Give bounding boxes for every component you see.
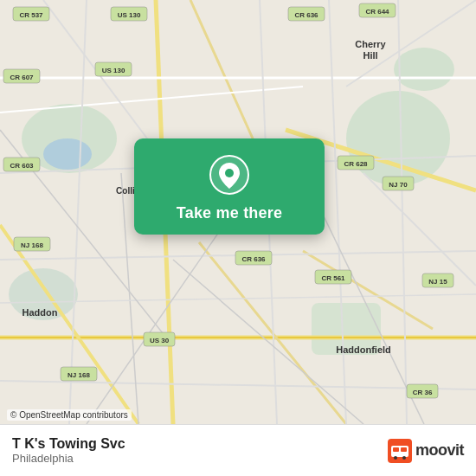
svg-text:Hill: Hill [363, 50, 377, 61]
svg-text:NJ 15: NJ 15 [428, 278, 447, 286]
business-name: T K's Towing Svc [12, 436, 125, 452]
svg-point-76 [394, 456, 397, 460]
svg-text:US 30: US 30 [150, 337, 170, 344]
svg-text:CR 628: CR 628 [344, 160, 368, 168]
svg-text:CR 636: CR 636 [294, 11, 318, 19]
take-me-there-button[interactable]: Take me there [177, 204, 282, 222]
svg-text:NJ 168: NJ 168 [21, 241, 43, 249]
svg-point-71 [225, 169, 234, 177]
info-bar: T K's Towing Svc Philadelphia moovit [0, 424, 476, 476]
navigation-card: Take me there [134, 138, 325, 235]
svg-text:CR 636: CR 636 [241, 255, 266, 263]
map-container: CR 537 US 130 CR 644 CR 636 CR 607 US 13… [0, 0, 476, 424]
svg-text:NJ 168: NJ 168 [68, 371, 90, 379]
svg-point-6 [43, 138, 92, 170]
svg-text:US 130: US 130 [102, 67, 125, 74]
svg-text:CR 607: CR 607 [10, 74, 34, 81]
svg-point-3 [394, 48, 454, 91]
svg-text:US 130: US 130 [118, 11, 141, 19]
svg-text:Cherry: Cherry [355, 39, 386, 49]
moovit-bus-icon [388, 439, 412, 463]
svg-text:CR 36: CR 36 [413, 389, 433, 396]
svg-text:Haddonfield: Haddonfield [336, 344, 391, 355]
business-city: Philadelphia [12, 452, 125, 465]
svg-text:CR 644: CR 644 [365, 8, 389, 16]
svg-text:NJ 70: NJ 70 [389, 181, 408, 189]
svg-point-2 [346, 91, 450, 186]
moovit-text: moovit [415, 441, 464, 460]
svg-text:CR 561: CR 561 [321, 274, 345, 282]
location-pin-icon [209, 154, 250, 196]
svg-point-77 [402, 456, 406, 460]
business-info: T K's Towing Svc Philadelphia [12, 436, 125, 465]
svg-rect-75 [401, 447, 407, 452]
svg-text:CR 603: CR 603 [10, 162, 34, 170]
svg-text:CR 537: CR 537 [19, 11, 43, 19]
osm-attribution: © OpenStreetMap contributors [7, 409, 132, 421]
moovit-logo: moovit [388, 439, 464, 463]
svg-text:Haddon: Haddon [23, 307, 58, 318]
svg-rect-74 [393, 447, 399, 452]
